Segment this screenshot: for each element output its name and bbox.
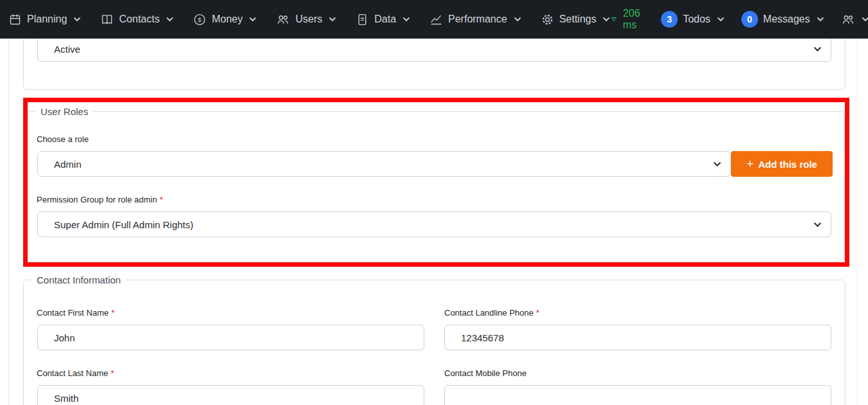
required-asterisk: * bbox=[111, 308, 114, 318]
todos-count-badge: 3 bbox=[661, 11, 678, 28]
form-content: Active User Roles Choose a role Admin + … bbox=[0, 39, 868, 405]
chevron-down-icon bbox=[713, 160, 721, 168]
latency-bars-icon bbox=[610, 14, 617, 25]
gear-icon bbox=[541, 13, 554, 26]
contact-mobile-phone-input[interactable] bbox=[444, 385, 831, 405]
nav-todos[interactable]: 3 Todos bbox=[661, 11, 725, 28]
navbar-right: 206 ms 3 Todos 0 Messages bbox=[610, 8, 868, 31]
page-right-border bbox=[857, 39, 858, 405]
status-select-value: Active bbox=[54, 44, 80, 55]
contact-first-name-label: Contact First Name* bbox=[37, 308, 114, 318]
chevron-down-icon bbox=[402, 15, 410, 23]
chevron-down-icon bbox=[73, 15, 81, 23]
nav-contacts[interactable]: Contacts bbox=[100, 13, 174, 26]
nav-data-label: Data bbox=[374, 14, 396, 25]
svg-text:$: $ bbox=[198, 16, 202, 23]
nav-contacts-label: Contacts bbox=[119, 14, 159, 25]
nav-messages-label: Messages bbox=[763, 14, 810, 25]
latency-value: 206 ms bbox=[623, 8, 644, 31]
role-select-value: Admin bbox=[54, 159, 82, 170]
chevron-down-icon bbox=[329, 15, 336, 23]
contact-landline-phone-label: Contact Landline Phone* bbox=[444, 308, 539, 318]
nav-planning[interactable]: Planning bbox=[8, 13, 81, 26]
add-role-button[interactable]: + Add this role bbox=[731, 151, 833, 177]
permission-group-select[interactable]: Super Admin (Full Admin Rights) bbox=[37, 212, 831, 237]
contact-first-name-input[interactable] bbox=[37, 325, 424, 350]
document-icon bbox=[356, 13, 369, 26]
add-role-button-label: Add this role bbox=[758, 159, 817, 170]
chart-line-icon bbox=[429, 13, 443, 26]
top-navbar: Planning Contacts $ Money Users bbox=[0, 0, 868, 39]
nav-settings-label: Settings bbox=[559, 14, 597, 25]
nav-money[interactable]: $ Money bbox=[193, 13, 257, 26]
choose-role-label: Choose a role bbox=[37, 134, 89, 145]
chevron-down-icon bbox=[717, 15, 725, 23]
dollar-circle-icon: $ bbox=[193, 13, 206, 26]
nav-account[interactable] bbox=[841, 13, 868, 26]
permission-group-label: Permission Group for role admin* bbox=[37, 195, 163, 205]
nav-users-label: Users bbox=[295, 14, 322, 25]
required-asterisk: * bbox=[111, 368, 114, 378]
permission-group-select-value: Super Admin (Full Admin Rights) bbox=[54, 219, 194, 230]
contact-information-legend: Contact Information bbox=[32, 274, 126, 285]
plus-icon: + bbox=[746, 158, 754, 170]
required-asterisk: * bbox=[536, 308, 539, 318]
chevron-down-icon bbox=[166, 15, 174, 23]
page-left-border bbox=[8, 39, 9, 405]
users-icon bbox=[841, 13, 855, 26]
contact-mobile-phone-label: Contact Mobile Phone bbox=[444, 368, 527, 379]
user-roles-section: User Roles bbox=[27, 106, 845, 262]
nav-performance-label: Performance bbox=[448, 14, 507, 25]
nav-settings[interactable]: Settings bbox=[541, 13, 611, 26]
chevron-down-icon bbox=[813, 45, 822, 53]
chevron-down-icon bbox=[813, 221, 822, 229]
book-icon bbox=[100, 13, 114, 26]
contact-last-name-label: Contact Last Name* bbox=[37, 368, 114, 379]
nav-money-label: Money bbox=[212, 14, 242, 25]
nav-planning-label: Planning bbox=[27, 14, 67, 25]
users-icon bbox=[276, 13, 290, 26]
user-roles-legend: User Roles bbox=[35, 106, 93, 117]
nav-todos-label: Todos bbox=[683, 14, 710, 25]
messages-count-badge: 0 bbox=[741, 11, 758, 28]
chevron-down-icon bbox=[862, 15, 868, 23]
chevron-down-icon bbox=[817, 15, 824, 23]
chevron-down-icon bbox=[514, 15, 521, 23]
role-select[interactable]: Admin bbox=[37, 151, 731, 177]
calendar-icon bbox=[8, 13, 22, 26]
nav-users[interactable]: Users bbox=[276, 13, 336, 26]
contact-landline-phone-input[interactable] bbox=[444, 325, 831, 350]
latency-indicator: 206 ms bbox=[610, 8, 644, 31]
required-asterisk: * bbox=[159, 195, 163, 204]
navbar-menu: Planning Contacts $ Money Users bbox=[8, 13, 610, 26]
status-select[interactable]: Active bbox=[37, 39, 831, 62]
nav-messages[interactable]: 0 Messages bbox=[741, 11, 824, 28]
contact-last-name-input[interactable] bbox=[37, 385, 424, 405]
chevron-down-icon bbox=[602, 15, 610, 23]
nav-data[interactable]: Data bbox=[356, 13, 410, 26]
nav-performance[interactable]: Performance bbox=[429, 13, 521, 26]
chevron-down-icon bbox=[249, 15, 257, 23]
